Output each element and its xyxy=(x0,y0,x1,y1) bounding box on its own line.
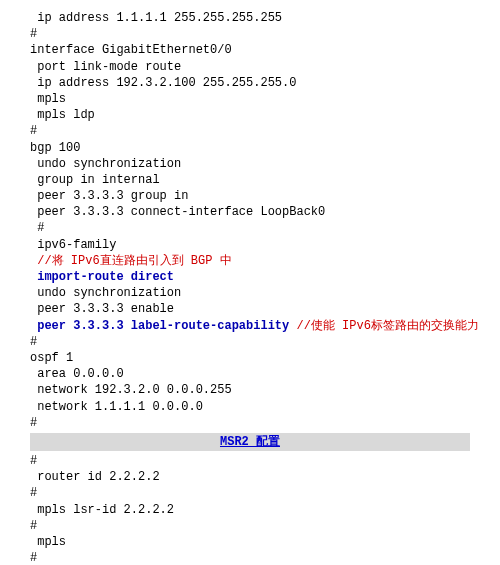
cfg-comment: //将 IPv6直连路由引入到 BGP 中 xyxy=(30,253,470,269)
cfg-line: # xyxy=(30,550,470,565)
cfg-line: area 0.0.0.0 xyxy=(30,366,470,382)
cfg-line: # xyxy=(30,453,470,469)
cfg-line: network 192.3.2.0 0.0.0.255 xyxy=(30,382,470,398)
cfg-line: mpls lsr-id 2.2.2.2 xyxy=(30,502,470,518)
cfg-line: # xyxy=(30,485,470,501)
cfg-line: router id 2.2.2.2 xyxy=(30,469,470,485)
cfg-line: # xyxy=(30,26,470,42)
cfg-line: peer 3.3.3.3 connect-interface LoopBack0 xyxy=(30,204,470,220)
cfg-line: bgp 100 xyxy=(30,140,470,156)
config-document: ip address 1.1.1.1 255.255.255.255 # int… xyxy=(0,0,500,565)
cfg-line: ip address 1.1.1.1 255.255.255.255 xyxy=(30,10,470,26)
cfg-line: # xyxy=(30,334,470,350)
cfg-inline-comment: //使能 IPv6标签路由的交换能力 xyxy=(296,319,478,333)
cfg-line: # xyxy=(30,220,470,236)
cfg-line: undo synchronization xyxy=(30,156,470,172)
cfg-line: network 1.1.1.1 0.0.0.0 xyxy=(30,399,470,415)
cfg-highlight: peer 3.3.3.3 label-route-capability //使能… xyxy=(30,318,470,334)
cfg-line: # xyxy=(30,123,470,139)
cfg-line: # xyxy=(30,518,470,534)
cfg-line: peer 3.3.3.3 group in xyxy=(30,188,470,204)
cfg-line: interface GigabitEthernet0/0 xyxy=(30,42,470,58)
cfg-line: mpls ldp xyxy=(30,107,470,123)
cfg-line: undo synchronization xyxy=(30,285,470,301)
cfg-line: ip address 192.3.2.100 255.255.255.0 xyxy=(30,75,470,91)
section-header: MSR2 配置 xyxy=(30,433,470,451)
cfg-line: # xyxy=(30,415,470,431)
cfg-line: mpls xyxy=(30,534,470,550)
cfg-highlight-text: peer 3.3.3.3 label-route-capability xyxy=(30,319,296,333)
cfg-line: ipv6-family xyxy=(30,237,470,253)
cfg-line: mpls xyxy=(30,91,470,107)
cfg-highlight: import-route direct xyxy=(30,269,470,285)
cfg-line: group in internal xyxy=(30,172,470,188)
cfg-line: port link-mode route xyxy=(30,59,470,75)
cfg-line: ospf 1 xyxy=(30,350,470,366)
cfg-line: peer 3.3.3.3 enable xyxy=(30,301,470,317)
